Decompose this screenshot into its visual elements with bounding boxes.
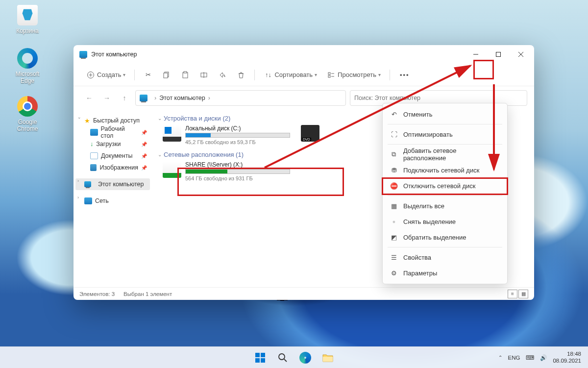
paste-icon [181,71,190,79]
cut-button[interactable]: ✂ [140,67,156,83]
tray-chevron-icon[interactable]: ⌃ [498,355,502,360]
sidebar-item-label: Этот компьютер [98,181,144,188]
menu-map-network-drive[interactable]: ⛃Подключить сетевой диск [383,162,507,178]
sidebar-item-network[interactable]: Сеть [75,195,150,207]
sidebar-item-label: Рабочий стол [101,125,138,139]
chevron-down-icon: ▾ [315,72,317,77]
select-none-icon: ▫ [390,218,398,225]
titlebar[interactable]: Этот компьютер [74,45,534,64]
svg-rect-21 [255,358,260,363]
disconnect-drive-icon: ⛔ [390,182,398,190]
taskbar-explorer[interactable] [318,348,338,368]
sidebar-item-label: Изображения [99,164,138,171]
volume-icon[interactable]: 🔊 [540,354,547,361]
back-button[interactable]: ← [82,91,96,105]
menu-optimize[interactable]: ⛶Оптимизировать [383,126,507,142]
pictures-icon [90,164,97,171]
desktop-icon-edge[interactable]: Microsoft Edge [8,48,47,84]
document-icon [90,152,98,159]
windows-icon [255,352,266,363]
svg-point-23 [279,354,285,360]
drive-name: Локальный диск (C:) [185,125,290,132]
close-button[interactable] [510,47,532,62]
rename-button[interactable] [196,67,212,83]
clock[interactable]: 18:48 08.09.2021 [553,351,581,364]
sidebar: ⌄ ★ Быстрый доступ Рабочий стол 📌 ↓ Загр… [74,110,152,287]
svg-rect-9 [183,73,188,78]
chrome-icon [17,96,38,117]
status-selected: Выбран 1 элемент [123,291,172,297]
menu-add-network-location[interactable]: ⧉Добавить сетевое расположение [383,147,507,162]
svg-rect-22 [261,358,265,363]
status-bar: Элементов: 3 Выбран 1 элемент ≡ ▦ [74,287,534,300]
copy-button[interactable] [158,67,175,83]
drive-free: 564 ГБ свободно из 931 ГБ [185,175,290,181]
view-icon [327,71,336,79]
paste-button[interactable] [177,67,194,83]
sidebar-item-pictures[interactable]: Изображения 📌 [75,162,150,173]
drive-share[interactable]: SHARE (\\Server) (X:) 564 ГБ свободно из… [163,161,290,181]
taskbar-search[interactable] [272,348,293,368]
cut-icon: ✂ [144,71,152,79]
trash-icon [237,71,245,79]
edge-icon [299,352,311,364]
sidebar-item-documents[interactable]: Документы 📌 [75,150,150,162]
folder-icon [322,352,334,363]
close-icon [518,51,524,57]
options-icon: ⚙ [390,270,398,277]
taskbar-edge[interactable] [295,348,316,368]
drive-free: 45,2 ГБ свободно из 59,3 ГБ [185,139,290,145]
sort-button[interactable]: ↑↓ Сортировать ▾ [260,67,321,83]
desktop-icon-recycle-bin[interactable]: Корзина [8,5,47,34]
minimize-button[interactable] [465,47,487,62]
network-icon [84,197,92,204]
language-indicator[interactable]: ENG [508,355,520,361]
view-tiles-button[interactable]: ▦ [518,290,528,298]
download-icon: ↓ [90,141,93,147]
sidebar-item-desktop[interactable]: Рабочий стол 📌 [75,126,150,138]
sidebar-item-downloads[interactable]: ↓ Загрузки 📌 [75,138,150,150]
status-count: Элементов: 3 [79,291,115,297]
desktop-icon-chrome[interactable]: Google Chrome [8,96,47,132]
menu-options[interactable]: ⚙Параметры [383,265,507,281]
view-button[interactable]: Просмотреть ▾ [323,67,385,83]
menu-invert-selection[interactable]: ◩Обратить выделение [383,229,507,245]
group-label: Сетевые расположения (1) [164,151,244,158]
chevron-down-icon: ▾ [123,72,125,77]
share-icon [218,71,227,79]
toolbar: Создать ▾ ✂ ↑↓ Сортировать ▾ Просмотреть… [74,64,534,86]
delete-button[interactable] [233,67,249,83]
address-bar[interactable]: › Этот компьютер › [135,90,346,106]
more-context-menu: ↶Отменить ⛶Оптимизировать ⧉Добавить сете… [382,103,508,284]
new-button[interactable]: Создать ▾ [82,67,129,83]
sidebar-item-label: Сеть [95,197,109,204]
svg-rect-1 [496,52,501,57]
select-all-icon: ▦ [390,202,398,210]
svg-rect-13 [328,73,330,74]
svg-rect-19 [255,353,260,357]
menu-disconnect-drive[interactable]: ⛔Отключить сетевой диск [383,178,507,194]
up-button[interactable]: ↑ [118,91,131,105]
maximize-button[interactable] [487,47,510,62]
menu-undo[interactable]: ↶Отменить [383,106,507,122]
sidebar-item-quick-access[interactable]: ★ Быстрый доступ [75,115,150,126]
pin-icon: 📌 [141,142,147,147]
drive-icon [163,125,181,142]
breadcrumb-item[interactable]: Этот компьютер [159,95,205,101]
drive-dvd[interactable] [301,125,340,145]
share-button[interactable] [214,67,231,83]
start-button[interactable] [250,348,270,368]
svg-rect-10 [184,72,187,73]
capacity-bar [185,169,290,174]
sort-label: Сортировать [274,71,313,78]
keyboard-icon[interactable]: ⌨ [526,354,534,361]
menu-select-none[interactable]: ▫Снять выделение [383,214,507,229]
menu-properties[interactable]: ☰Свойства [383,249,507,265]
drive-c[interactable]: Локальный диск (C:) 45,2 ГБ свободно из … [163,125,290,145]
more-button[interactable]: ••• [395,67,415,83]
view-details-button[interactable]: ≡ [508,290,517,298]
forward-button[interactable]: → [100,91,114,105]
taskbar: ⌃ ENG ⌨ 🔊 18:48 08.09.2021 [0,346,588,368]
sidebar-item-this-pc[interactable]: Этот компьютер [75,178,150,190]
menu-select-all[interactable]: ▦Выделить все [383,198,507,214]
